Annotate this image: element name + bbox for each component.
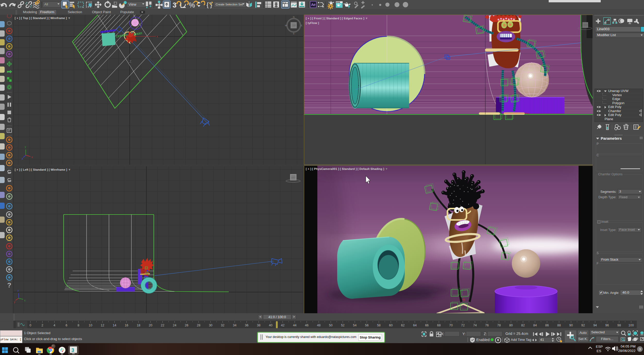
svg-text:Z: Z — [129, 60, 131, 63]
svg-text:88: 88 — [557, 324, 561, 327]
svg-text:78: 78 — [497, 324, 501, 327]
svg-text:32: 32 — [221, 324, 224, 327]
svg-text:8: 8 — [78, 324, 79, 327]
svg-text:40: 40 — [269, 324, 273, 327]
svg-text:68: 68 — [437, 324, 441, 327]
svg-text:20: 20 — [149, 324, 152, 327]
svg-text:E: E — [301, 24, 302, 27]
svg-text:z: z — [22, 157, 23, 160]
svg-text:30: 30 — [209, 324, 213, 327]
svg-text:0: 0 — [30, 324, 31, 327]
svg-text:3: 3 — [173, 1, 176, 9]
svg-text:66: 66 — [425, 324, 429, 327]
svg-text:16: 16 — [125, 324, 128, 327]
svg-text:64: 64 — [413, 324, 417, 327]
svg-text:y: y — [25, 145, 26, 148]
svg-text:98: 98 — [617, 324, 621, 327]
svg-text:42: 42 — [281, 324, 284, 327]
svg-text:50: 50 — [329, 324, 333, 327]
svg-text:94: 94 — [593, 324, 597, 327]
svg-text:W: W — [285, 24, 287, 27]
svg-text:3: 3 — [71, 347, 74, 353]
svg-text:48: 48 — [317, 324, 320, 327]
svg-text:58: 58 — [377, 324, 381, 327]
svg-text:2: 2 — [41, 324, 43, 327]
svg-text:56: 56 — [365, 324, 369, 327]
svg-text:z: z — [18, 289, 19, 292]
svg-text:84: 84 — [533, 324, 537, 327]
svg-text:x: x — [528, 112, 529, 115]
svg-text:4: 4 — [54, 324, 55, 327]
svg-text:10: 10 — [89, 324, 92, 327]
svg-text:14: 14 — [113, 324, 116, 327]
svg-text:5 6: 5 6 — [134, 23, 136, 25]
svg-text:LEFT: LEFT — [291, 177, 296, 178]
svg-text:100: 100 — [629, 324, 634, 327]
svg-text:6: 6 — [65, 324, 67, 327]
svg-text:x: x — [24, 299, 26, 302]
svg-text:12 34: 12 34 — [133, 21, 137, 23]
svg-text:62: 62 — [401, 324, 405, 327]
svg-text:34: 34 — [233, 324, 236, 327]
svg-text:N: N — [293, 16, 295, 18]
svg-text:?: ? — [7, 281, 11, 289]
svg-text:y: y — [14, 301, 15, 303]
svg-text:3: 3 — [639, 347, 641, 351]
svg-text:44: 44 — [293, 324, 296, 327]
svg-text:x: x — [157, 35, 158, 38]
svg-text:90: 90 — [569, 324, 573, 327]
svg-text:26: 26 — [185, 324, 188, 327]
svg-text:ES: ES — [597, 349, 601, 353]
svg-text:18: 18 — [137, 324, 140, 327]
svg-text:52: 52 — [341, 324, 345, 327]
svg-text:ESP: ESP — [596, 345, 603, 349]
svg-text:96: 96 — [605, 324, 609, 327]
svg-text:76: 76 — [485, 324, 489, 327]
svg-text:36: 36 — [245, 324, 249, 327]
svg-text:24: 24 — [173, 324, 176, 327]
svg-text:86: 86 — [545, 324, 549, 327]
svg-text:60: 60 — [389, 324, 393, 327]
svg-text:22: 22 — [161, 324, 164, 327]
svg-text:28/06/2022: 28/06/2022 — [618, 349, 635, 353]
svg-text:28: 28 — [197, 324, 200, 327]
svg-text:TOP: TOP — [292, 24, 296, 26]
svg-text:82: 82 — [521, 324, 525, 327]
svg-text:Ae: Ae — [311, 3, 316, 7]
svg-text:92: 92 — [581, 324, 585, 327]
svg-text:74: 74 — [473, 324, 477, 327]
svg-text:x: x — [31, 155, 33, 159]
svg-text:04:05 PM: 04:05 PM — [621, 344, 635, 348]
svg-text:54: 54 — [353, 324, 357, 327]
svg-text:80: 80 — [509, 324, 513, 327]
svg-text:72: 72 — [461, 324, 465, 327]
svg-text:70: 70 — [449, 324, 453, 327]
svg-text:38: 38 — [257, 324, 260, 327]
svg-text:46: 46 — [305, 324, 309, 327]
svg-text:S: S — [293, 32, 294, 35]
svg-text:12: 12 — [101, 324, 104, 327]
